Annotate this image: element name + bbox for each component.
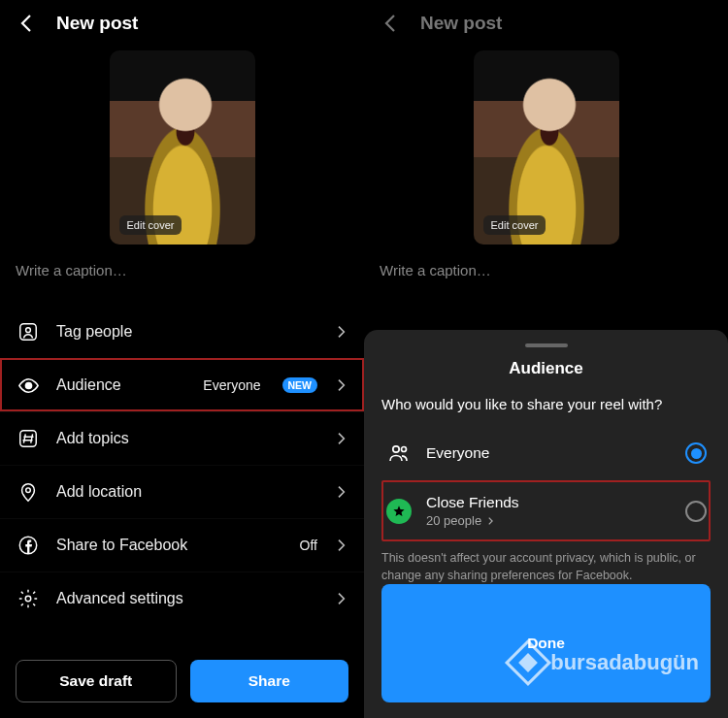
close-friends-icon (385, 498, 413, 525)
cover-preview-wrap: Edit cover (0, 50, 364, 245)
bottom-action-bar: Save draft Share (0, 644, 364, 718)
page-title: New post (420, 13, 502, 34)
chevron-right-icon (333, 538, 348, 553)
location-icon (16, 479, 41, 505)
arrow-left-icon (380, 12, 403, 35)
option-label: Tag people (56, 323, 317, 341)
svg-rect-3 (20, 431, 37, 447)
cover-preview[interactable]: Edit cover (474, 50, 619, 245)
svg-point-1 (26, 328, 31, 333)
radio-unselected[interactable] (685, 501, 707, 522)
person-icon (16, 319, 41, 344)
cover-preview[interactable]: Edit cover (110, 50, 255, 245)
new-badge: NEW (282, 377, 318, 393)
header: New post (364, 0, 728, 47)
audience-option-text: Close Friends 20 people (426, 494, 672, 528)
watermark-logo-icon (505, 639, 551, 686)
share-button[interactable]: Share (190, 660, 349, 702)
hashtag-icon (16, 426, 41, 451)
cover-preview-wrap: Edit cover (364, 50, 728, 245)
svg-point-2 (24, 381, 32, 389)
arrow-left-icon (16, 12, 39, 35)
audience-option-sub[interactable]: 20 people (426, 513, 672, 528)
option-share-facebook[interactable]: Share to Facebook Off (0, 518, 364, 571)
option-tag-people[interactable]: Tag people (0, 306, 364, 358)
svg-point-7 (393, 446, 399, 452)
new-post-screen-left: New post Edit cover Write a caption… Tag… (0, 0, 364, 718)
option-label: Share to Facebook (56, 537, 284, 554)
option-advanced-settings[interactable]: Advanced settings (0, 571, 364, 625)
facebook-icon (16, 533, 41, 558)
svg-point-8 (402, 447, 407, 452)
audience-option-title: Close Friends (426, 494, 672, 511)
svg-point-4 (26, 488, 31, 493)
post-options: Tag people Audience Everyone NEW Add top… (0, 306, 364, 625)
watermark: bursadabugün (512, 646, 699, 679)
eye-icon (16, 373, 41, 398)
radio-selected[interactable] (685, 442, 707, 464)
chevron-right-icon (485, 516, 495, 526)
chevron-right-icon (333, 324, 348, 340)
edit-cover-button[interactable]: Edit cover (119, 215, 182, 235)
people-icon (385, 440, 413, 467)
option-add-topics[interactable]: Add topics (0, 411, 364, 465)
gear-icon (16, 586, 41, 611)
option-label: Audience (56, 376, 187, 394)
svg-point-6 (25, 596, 31, 602)
sheet-subtitle: Who would you like to share your reel wi… (381, 396, 711, 412)
back-button[interactable] (378, 10, 405, 37)
close-friends-count: 20 people (426, 513, 481, 528)
option-label: Add topics (56, 430, 317, 447)
audience-option-close-friends[interactable]: Close Friends 20 people (381, 480, 711, 541)
sheet-note: This doesn't affect your account privacy… (381, 549, 711, 584)
caption-input[interactable]: Write a caption… (364, 245, 728, 296)
chevron-right-icon (333, 377, 348, 393)
back-button[interactable] (14, 10, 41, 37)
option-label: Advanced settings (56, 590, 317, 607)
edit-cover-button[interactable]: Edit cover (483, 215, 546, 235)
header: New post (0, 0, 364, 47)
caption-input[interactable]: Write a caption… (0, 245, 364, 296)
new-post-screen-right: New post Edit cover Write a caption… Aud… (364, 0, 728, 718)
chevron-right-icon (333, 431, 348, 446)
done-button[interactable]: Done (381, 584, 711, 702)
page-title: New post (56, 13, 138, 34)
chevron-right-icon (333, 591, 348, 606)
chevron-right-icon (333, 484, 348, 500)
audience-option-title: Everyone (426, 444, 672, 462)
option-value: Everyone (203, 377, 260, 393)
star-icon (392, 505, 406, 518)
save-draft-button[interactable]: Save draft (16, 660, 177, 702)
watermark-text: bursadabugün (550, 650, 699, 675)
option-label: Add location (56, 483, 317, 501)
option-value: Off (300, 538, 317, 553)
sheet-title: Audience (381, 359, 711, 378)
audience-option-everyone[interactable]: Everyone (381, 426, 711, 480)
sheet-grabber[interactable] (525, 343, 568, 347)
audience-option-text: Everyone (426, 444, 672, 462)
option-add-location[interactable]: Add location (0, 465, 364, 518)
option-audience[interactable]: Audience Everyone NEW (0, 358, 364, 411)
